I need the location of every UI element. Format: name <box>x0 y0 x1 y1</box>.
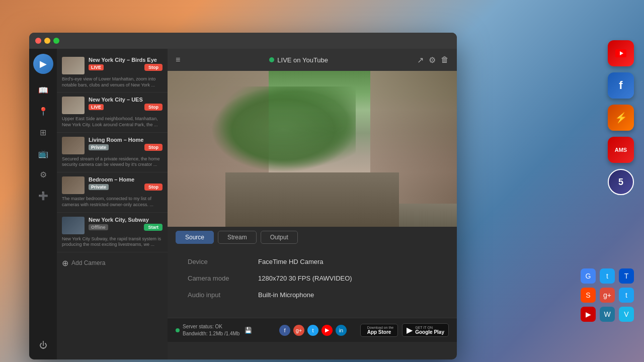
youtube-icon <box>615 49 626 57</box>
social-youtube[interactable]: ▶ <box>321 325 333 336</box>
camera-info: Bedroom – Home Private Stop <box>89 176 163 193</box>
tab-source[interactable]: Source <box>176 231 214 244</box>
sidebar-item-location[interactable]: 📍 <box>34 102 52 120</box>
status-ok-label: Server status: OK <box>183 323 239 330</box>
source-info-panel: Device FaceTime HD Camera Camera mode 12… <box>168 248 457 318</box>
live-dot <box>269 57 274 62</box>
status-badge: LIVE <box>89 64 104 70</box>
status-dot <box>176 328 180 332</box>
main-content: ▶ 📖 📍 ⊞ 📺 ⚙ ➕ ⏻ New York City – Birds Ey… <box>29 49 457 359</box>
right-panel: ≡ LIVE on YouTube ↗ ⚙ 🗑 <box>168 49 457 359</box>
app-store-label: App Store <box>367 329 394 335</box>
store-badges: Download on the App Store ▶ GET IT ON Go… <box>360 323 449 337</box>
close-button[interactable] <box>35 38 41 44</box>
sidebar-item-add[interactable]: ➕ <box>34 187 52 205</box>
mini-app-twitter[interactable]: t <box>619 288 634 303</box>
sidebar-item-monitor[interactable]: 📺 <box>34 144 52 162</box>
camera-description: New York City Subway, the rapid transit … <box>62 236 163 248</box>
camera-description: Secured stream of a private residence, t… <box>62 156 163 168</box>
sidebar-logo[interactable]: ▶ <box>33 54 53 74</box>
camera-mode-value: 644x362 30 FPS (RAWVIDEO) <box>258 275 352 282</box>
live-label: LIVE on YouTube <box>277 56 328 64</box>
mini-app-gplus[interactable]: g+ <box>600 288 615 303</box>
social-twitter[interactable]: t <box>307 325 318 336</box>
camera-mode-label: Camera mode <box>188 275 258 282</box>
status-badge: LIVE <box>89 104 104 110</box>
menu-icon[interactable]: ≡ <box>176 55 180 64</box>
mini-dock: G t T S g+ t ▶ W V <box>581 268 634 322</box>
dock-facebook[interactable]: f <box>608 72 634 99</box>
mini-app-wordpress[interactable]: W <box>600 307 615 322</box>
footer-social: f g+ t ▶ in <box>279 325 347 336</box>
camera-description: Bird's-eye view of Lower Manhattan, zoom… <box>62 76 163 88</box>
camera-name: New York City – Birds Eye <box>89 57 163 63</box>
stop-button[interactable]: Stop <box>144 64 163 71</box>
google-play-icon: ▶ <box>407 325 413 335</box>
add-icon: ⊕ <box>62 258 68 268</box>
camera-info: New York City – Birds Eye LIVE Stop <box>89 57 163 73</box>
minimize-button[interactable] <box>44 38 50 44</box>
disk-icon: 💾 <box>245 327 252 334</box>
audio-input-value: Built-in Microphone <box>258 291 314 299</box>
server-status: Server status: OK Bandwidth: 1.2Mb /1.4M… <box>176 323 252 337</box>
camera-info: New York City, Subway Offline Start <box>89 217 163 233</box>
bandwidth-label: Bandwidth: 1.2Mb /1.4Mb <box>183 330 239 337</box>
camera-item-nyc-ues[interactable]: New York City – UES LIVE Stop Upper East… <box>57 93 168 132</box>
top-bar: ≡ LIVE on YouTube ↗ ⚙ 🗑 <box>168 49 457 71</box>
social-googleplus[interactable]: g+ <box>293 325 304 336</box>
right-dock: f ⚡ AMS 5 <box>608 40 634 195</box>
dock-youtube[interactable] <box>608 40 634 66</box>
sidebar-item-power[interactable]: ⏻ <box>34 336 52 354</box>
delete-icon[interactable]: 🗑 <box>441 55 449 64</box>
social-linkedin[interactable]: in <box>336 325 347 336</box>
google-play-label: Google Play <box>415 329 444 335</box>
google-play-badge[interactable]: ▶ GET IT ON Google Play <box>402 323 449 337</box>
camera-item-nyc-birds-eye[interactable]: New York City – Birds Eye LIVE Stop Bird… <box>57 53 168 93</box>
camera-thumb <box>62 137 85 154</box>
share-icon[interactable]: ↗ <box>417 55 424 65</box>
dock-ams[interactable]: AMS <box>608 137 634 163</box>
dock-flash[interactable]: ⚡ <box>608 105 634 131</box>
add-camera-button[interactable]: ⊕ Add Camera <box>57 252 168 274</box>
live-indicator: LIVE on YouTube <box>269 56 328 64</box>
tab-output[interactable]: Output <box>261 231 298 244</box>
sidebar-item-grid[interactable]: ⊞ <box>34 123 52 141</box>
mini-app-google[interactable]: G <box>581 268 596 284</box>
camera-thumb <box>62 97 85 114</box>
app-store-sub: Download on the <box>367 326 394 329</box>
stop-button[interactable]: Stop <box>144 104 163 111</box>
camera-item-nyc-subway[interactable]: New York City, Subway Offline Start New … <box>57 213 168 252</box>
social-facebook[interactable]: f <box>279 325 290 336</box>
top-bar-actions: ↗ ⚙ 🗑 <box>417 55 449 65</box>
device-value: FaceTime HD Camera <box>258 258 324 265</box>
video-preview <box>168 71 457 227</box>
camera-item-bedroom[interactable]: Bedroom – Home Private Stop The master b… <box>57 172 168 212</box>
mini-app-stumble[interactable]: S <box>581 288 596 303</box>
traffic-lights <box>35 38 59 44</box>
title-bar <box>29 33 457 49</box>
tab-stream[interactable]: Stream <box>218 231 257 244</box>
sidebar-item-library[interactable]: 📖 <box>34 81 52 99</box>
camera-item-living-room[interactable]: Living Room – Home Private Stop Secured … <box>57 133 168 172</box>
footer: Server status: OK Bandwidth: 1.2Mb /1.4M… <box>168 318 457 342</box>
app-window: ▶ 📖 📍 ⊞ 📺 ⚙ ➕ ⏻ New York City – Birds Ey… <box>29 33 457 359</box>
camera-info: New York City – UES LIVE Stop <box>89 97 163 113</box>
camera-name: Bedroom – Home <box>89 176 163 183</box>
start-button[interactable]: Start <box>144 224 163 231</box>
sidebar-item-settings[interactable]: ⚙ <box>34 165 52 184</box>
dock-sniper[interactable]: 5 <box>608 169 634 195</box>
settings-icon[interactable]: ⚙ <box>429 55 436 65</box>
stop-button[interactable]: Stop <box>144 184 163 191</box>
stop-button[interactable]: Stop <box>144 144 163 151</box>
maximize-button[interactable] <box>53 38 59 44</box>
mini-app-tumblr[interactable]: t <box>600 268 615 284</box>
status-text: Server status: OK Bandwidth: 1.2Mb /1.4M… <box>183 323 239 337</box>
mini-app-trello[interactable]: T <box>619 268 634 284</box>
mini-app-vimeo[interactable]: V <box>619 307 634 322</box>
audio-input-row: Audio input Built-in Microphone <box>188 291 437 299</box>
app-store-badge[interactable]: Download on the App Store <box>360 324 398 337</box>
status-badge: Private <box>89 144 109 150</box>
mini-app-youtube2[interactable]: ▶ <box>581 307 596 322</box>
google-play-sub: GET IT ON <box>415 326 444 329</box>
camera-name: New York City – UES <box>89 97 163 103</box>
